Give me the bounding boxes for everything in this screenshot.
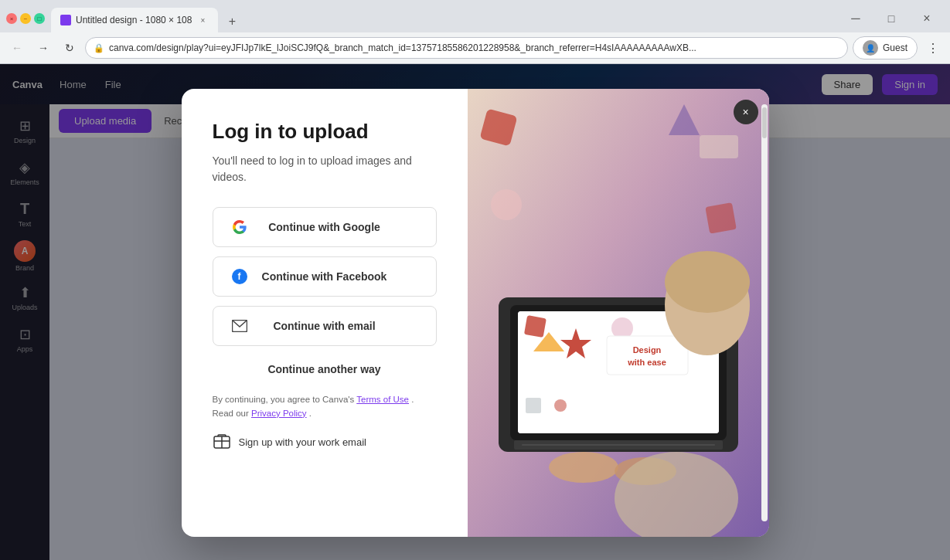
back-button[interactable]: ← bbox=[6, 37, 28, 59]
scroll-thumb bbox=[762, 107, 767, 138]
modal-title: Log in to upload bbox=[213, 120, 437, 144]
right-panel-illustration: Design with ease bbox=[468, 89, 769, 537]
window-minimize-btn[interactable]: − bbox=[20, 13, 31, 24]
work-email-row[interactable]: Sign up with your work email bbox=[213, 433, 437, 451]
terms-of-use-link[interactable]: Terms of Use bbox=[356, 395, 409, 404]
login-modal: × Log in to upload You'll need to log in… bbox=[182, 89, 769, 537]
modal-overlay: × Log in to upload You'll need to log in… bbox=[0, 64, 950, 560]
svg-rect-14 bbox=[523, 315, 546, 338]
svg-rect-9 bbox=[705, 202, 737, 234]
google-auth-button[interactable]: Continue with Google bbox=[213, 207, 437, 247]
tab-favicon bbox=[60, 15, 71, 25]
close-icon: × bbox=[742, 106, 748, 118]
modal-close-button[interactable]: × bbox=[734, 100, 758, 124]
new-tab-btn[interactable]: + bbox=[221, 11, 243, 32]
svg-rect-19 bbox=[607, 336, 688, 375]
modal-right-panel: Design with ease bbox=[468, 89, 769, 537]
forward-button[interactable]: → bbox=[32, 37, 54, 59]
guest-avatar: 👤 bbox=[863, 40, 878, 56]
scroll-track bbox=[761, 104, 768, 521]
guest-profile-btn[interactable]: 👤 Guest bbox=[853, 36, 918, 59]
active-tab[interactable]: Untitled design - 1080 × 108 × bbox=[51, 8, 218, 32]
title-bar: × − □ Untitled design - 1080 × 108 × + ─… bbox=[0, 0, 950, 32]
address-text: canva.com/design/play?ui=eyJFIJp7lkE_lJo… bbox=[109, 42, 839, 53]
lock-icon: 🔒 bbox=[94, 43, 104, 53]
svg-point-26 bbox=[549, 452, 618, 483]
modal-scrollbar[interactable] bbox=[761, 104, 768, 521]
browser-menu-btn[interactable]: ⋮ bbox=[922, 37, 944, 59]
google-icon bbox=[226, 218, 254, 236]
browser-chrome: × − □ Untitled design - 1080 × 108 × + ─… bbox=[0, 0, 950, 64]
svg-rect-7 bbox=[700, 135, 738, 158]
continue-another-way-btn[interactable]: Continue another way bbox=[213, 358, 437, 380]
tab-bar: Untitled design - 1080 × 108 × + bbox=[51, 5, 839, 32]
window-close-os-btn[interactable]: × bbox=[910, 6, 944, 31]
window-close-btn[interactable]: × bbox=[6, 13, 17, 24]
svg-rect-22 bbox=[526, 398, 541, 413]
svg-text:with ease: with ease bbox=[627, 358, 666, 367]
window-maximize-btn[interactable]: □ bbox=[34, 13, 45, 24]
work-email-icon bbox=[213, 433, 231, 451]
email-auth-button[interactable]: Continue with email bbox=[213, 306, 437, 346]
work-email-label: Sign up with your work email bbox=[239, 436, 366, 448]
modal-subtitle: You'll need to log in to upload images a… bbox=[213, 153, 437, 185]
refresh-button[interactable]: ↻ bbox=[59, 37, 80, 59]
app-content: Canva Home File Share Sign in ⊞ Design ◈… bbox=[0, 64, 950, 560]
facebook-auth-button[interactable]: f Continue with Facebook bbox=[213, 256, 437, 297]
modal-left-panel: Log in to upload You'll need to log in t… bbox=[182, 89, 468, 537]
email-btn-label: Continue with email bbox=[254, 320, 424, 332]
email-icon bbox=[226, 317, 254, 335]
svg-text:Design: Design bbox=[632, 345, 661, 355]
svg-point-30 bbox=[665, 251, 750, 313]
window-controls: × − □ bbox=[6, 13, 45, 24]
svg-rect-25 bbox=[522, 444, 715, 446]
guest-label: Guest bbox=[883, 42, 907, 53]
nav-bar: ← → ↻ 🔒 canva.com/design/play?ui=eyJFIJp… bbox=[0, 32, 950, 63]
terms-text: By continuing, you agree to Canva's Term… bbox=[213, 392, 437, 421]
facebook-btn-label: Continue with Facebook bbox=[254, 270, 424, 283]
svg-point-23 bbox=[554, 399, 567, 412]
facebook-icon: f bbox=[226, 267, 254, 286]
google-btn-label: Continue with Google bbox=[254, 221, 424, 233]
tab-close-btn[interactable]: × bbox=[196, 14, 209, 26]
address-bar[interactable]: 🔒 canva.com/design/play?ui=eyJFIJp7lkE_l… bbox=[85, 37, 848, 59]
window-restore-os-btn[interactable]: □ bbox=[874, 6, 908, 31]
svg-point-8 bbox=[491, 189, 522, 220]
privacy-policy-link[interactable]: Privacy Policy bbox=[251, 409, 307, 418]
tab-title: Untitled design - 1080 × 108 bbox=[76, 15, 192, 25]
window-minimize-os-btn[interactable]: ─ bbox=[839, 6, 873, 31]
